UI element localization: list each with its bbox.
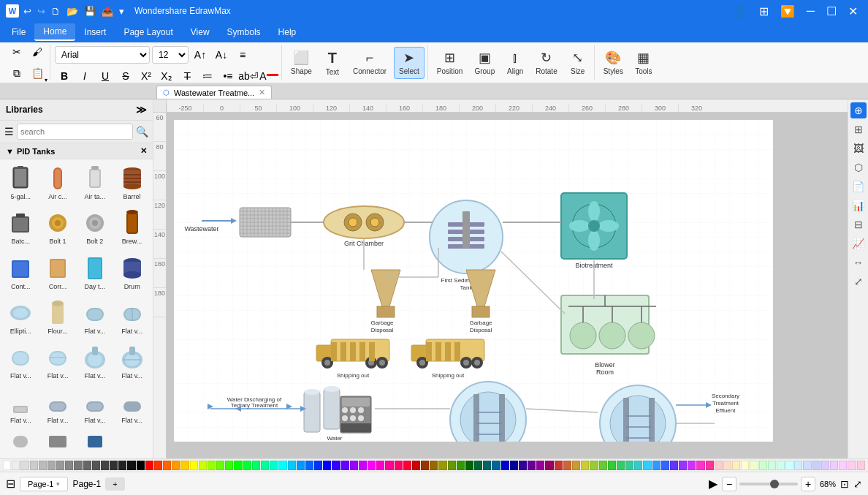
menu-view[interactable]: View	[182, 24, 218, 40]
color-swatch[interactable]	[839, 461, 847, 470]
color-swatch[interactable]	[519, 461, 527, 470]
lib-item-flatv5[interactable]: Flat v...	[77, 341, 113, 385]
lib-item-ellipti[interactable]: Ellipti...	[3, 297, 39, 340]
color-swatch[interactable]	[395, 461, 403, 470]
position-btn[interactable]: ⊞ Position	[433, 47, 468, 79]
color-swatch[interactable]	[794, 461, 802, 470]
color-swatch[interactable]	[474, 461, 482, 470]
chart-icon[interactable]: 📊	[850, 197, 867, 214]
tools-btn[interactable]: ▦ Tools	[631, 47, 657, 79]
color-swatch[interactable]	[599, 461, 607, 470]
color-swatch[interactable]	[661, 461, 669, 470]
color-swatch[interactable]	[536, 461, 544, 470]
lib-item-batc[interactable]: Batc...	[3, 207, 39, 250]
page-layout-icon[interactable]: ⊟	[6, 477, 15, 491]
color-swatch[interactable]	[492, 461, 500, 470]
search-input[interactable]	[17, 124, 133, 140]
menu-help[interactable]: Help	[270, 24, 305, 40]
color-swatch[interactable]	[812, 461, 821, 470]
color-swatch[interactable]	[670, 461, 678, 470]
user-icon[interactable]: 👤	[728, 4, 752, 18]
subscript-btn[interactable]: X₂	[157, 67, 176, 86]
image-icon[interactable]: 🖼	[850, 140, 867, 156]
zoom-in-btn[interactable]: +	[801, 477, 815, 491]
search-icon[interactable]: 🔍	[136, 126, 148, 137]
minimize-btn[interactable]: ─	[802, 4, 819, 18]
color-swatch[interactable]	[715, 461, 723, 470]
color-swatch[interactable]	[741, 461, 749, 470]
color-swatch[interactable]	[163, 461, 171, 470]
layers-icon[interactable]: ⬡	[850, 159, 867, 175]
library-menu-icon[interactable]: ☰	[4, 126, 14, 137]
fit-page-btn[interactable]: ⊡	[840, 478, 849, 490]
color-swatch[interactable]	[172, 461, 180, 470]
lib-item-flatv1[interactable]: Flat v...	[77, 297, 113, 340]
color-swatch[interactable]	[127, 461, 135, 470]
new-btn[interactable]: 🗋	[51, 6, 61, 17]
table-icon[interactable]: ⊟	[850, 216, 867, 233]
more-btn[interactable]: ▾	[119, 6, 124, 17]
diagram-tab[interactable]: ⬡ Wastewater Treatme... ✕	[156, 86, 272, 99]
notes-icon[interactable]: 📄	[850, 178, 867, 194]
lib-item-partial3[interactable]	[77, 431, 113, 456]
color-swatch[interactable]	[368, 461, 376, 470]
styles-btn[interactable]: 🎨 Styles	[599, 47, 628, 79]
color-swatch[interactable]	[608, 461, 616, 470]
color-swatch[interactable]	[848, 461, 856, 470]
color-swatch[interactable]	[634, 461, 642, 470]
select-tool-btn[interactable]: ➤ Select	[394, 47, 425, 79]
analytics-icon[interactable]: 📈	[850, 235, 867, 252]
bullet-btn[interactable]: •≡	[218, 67, 237, 86]
color-swatch[interactable]	[430, 461, 438, 470]
page-tab-1[interactable]: Page-1 ▾	[20, 477, 68, 491]
color-swatch[interactable]	[723, 461, 731, 470]
color-swatch[interactable]	[465, 461, 473, 470]
color-swatch[interactable]	[403, 461, 411, 470]
color-swatch[interactable]	[830, 461, 838, 470]
shape-tool-btn[interactable]: ⬜ Shape	[286, 47, 316, 79]
zoom-slider[interactable]	[739, 483, 798, 485]
nav-icon[interactable]: ⊕	[850, 102, 867, 118]
color-swatch[interactable]	[92, 461, 100, 470]
color-swatch[interactable]	[421, 461, 429, 470]
lib-item-extra4[interactable]: Flat v...	[114, 386, 150, 429]
italic-btn[interactable]: I	[75, 67, 94, 86]
color-swatch[interactable]	[110, 461, 118, 470]
section-close-icon[interactable]: ✕	[140, 146, 147, 156]
color-swatch[interactable]	[288, 461, 296, 470]
color-swatch[interactable]	[350, 461, 358, 470]
zoom-level[interactable]: 68%	[820, 480, 836, 488]
color-swatch[interactable]	[617, 461, 625, 470]
color-swatch[interactable]	[643, 461, 651, 470]
lib-item-airc[interactable]: Air c...	[40, 162, 76, 205]
font-color-btn[interactable]: A	[259, 67, 278, 86]
play-btn[interactable]: ▶	[709, 477, 717, 491]
color-swatch[interactable]	[821, 461, 829, 470]
layout-icon[interactable]: ⊞	[850, 121, 867, 137]
zoom-out-btn[interactable]: −	[722, 477, 736, 491]
color-swatch[interactable]	[252, 461, 260, 470]
diagram-canvas[interactable]: Wastewater	[174, 120, 773, 442]
close-btn[interactable]: ✕	[844, 4, 862, 18]
add-page-btn[interactable]: +	[105, 477, 124, 491]
color-swatch[interactable]	[448, 461, 456, 470]
page-tab-dropdown[interactable]: ▾	[56, 480, 60, 488]
color-swatch[interactable]	[359, 461, 367, 470]
color-swatch[interactable]	[857, 461, 865, 470]
color-swatch[interactable]	[39, 461, 47, 470]
color-swatch[interactable]	[47, 461, 56, 470]
color-swatch[interactable]	[750, 461, 758, 470]
color-swatch[interactable]	[696, 461, 704, 470]
color-swatch[interactable]	[759, 461, 767, 470]
export-btn[interactable]: 📤	[102, 6, 113, 17]
save-btn[interactable]: 💾	[84, 6, 96, 17]
lib-item-bolt2[interactable]: Bolt 2	[77, 207, 113, 250]
undo-btn[interactable]: ↩	[23, 6, 31, 17]
color-swatch[interactable]	[563, 461, 571, 470]
color-swatch[interactable]	[145, 461, 153, 470]
menu-symbols[interactable]: Symbols	[218, 24, 270, 40]
color-swatch[interactable]	[74, 461, 82, 470]
text-tool-btn[interactable]: T Text	[319, 47, 346, 79]
color-swatch[interactable]	[679, 461, 687, 470]
underline-btn[interactable]: U	[96, 67, 115, 86]
